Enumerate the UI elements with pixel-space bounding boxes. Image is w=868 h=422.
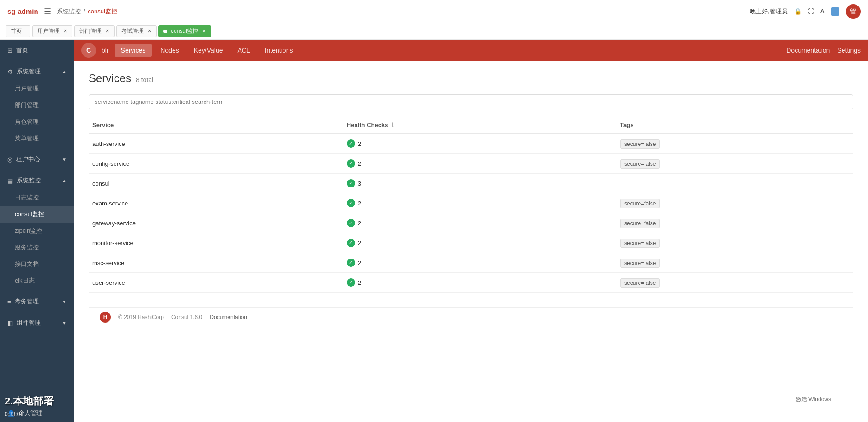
exam-chevron: ▼ — [62, 299, 66, 304]
sidebar-item-log-monitor[interactable]: 日志监控 — [0, 189, 74, 206]
sidebar-item-consul-monitor[interactable]: consul监控 — [0, 206, 74, 223]
consul-nav-intentions[interactable]: Intentions — [259, 44, 300, 57]
tag-monitor: secure=false — [620, 239, 660, 248]
table-row: monitor-service ✓ 2 secure=false — [89, 233, 853, 253]
consul-footer: H © 2019 HashiCorp Consul 1.6.0 Document… — [89, 307, 853, 326]
services-heading: Services — [89, 72, 131, 85]
sidebar-group-monitor[interactable]: ▤ 系统监控 ▲ — [0, 172, 74, 189]
system-chevron: ▲ — [62, 69, 66, 74]
consul-nav-nodes[interactable]: Nodes — [154, 44, 185, 57]
consul-nav-services[interactable]: Services — [115, 44, 152, 57]
fullscreen-icon[interactable]: ⛶ — [808, 8, 814, 15]
health-check-auth: ✓ 2 — [347, 139, 613, 148]
sidebar-section-exam: ≡ 考务管理 ▼ — [0, 291, 74, 312]
health-icon-exam: ✓ — [347, 199, 355, 207]
services-title: Services 8 total — [89, 72, 853, 85]
theme-icon[interactable] — [831, 7, 839, 16]
top-bar-right: 晚上好,管理员 🔒 ⛶ A 管 — [750, 4, 861, 19]
service-name-config[interactable]: config-service — [92, 160, 129, 167]
tag-gateway: secure=false — [620, 219, 660, 228]
sidebar-item-service-monitor[interactable]: 服务监控 — [0, 239, 74, 256]
sidebar-group-components[interactable]: ◧ 组件管理 ▼ — [0, 314, 74, 332]
footer-doc-link[interactable]: Documentation — [210, 314, 247, 320]
service-name-monitor[interactable]: monitor-service — [92, 240, 133, 247]
sidebar-item-user-mgmt[interactable]: 用户管理 — [0, 80, 74, 97]
tag-msc: secure=false — [620, 259, 660, 268]
sidebar: ⊞ 首页 ⚙ 系统管理 ▲ 用户管理 部门管理 角色管理 菜单管理 ◎ — [0, 40, 74, 422]
services-count: 8 total — [136, 76, 153, 84]
footer-version: Consul 1.6.0 — [171, 314, 202, 320]
user-greeting: 晚上好,管理员 — [750, 7, 788, 16]
service-name-msc[interactable]: msc-service — [92, 259, 124, 266]
avatar: 管 — [846, 4, 861, 19]
timestamp: 0:33:04 — [5, 411, 23, 417]
health-check-config: ✓ 2 — [347, 159, 613, 168]
sidebar-monitor-label: 系统监控 — [17, 176, 41, 185]
tab-consul-close[interactable]: ✕ — [202, 28, 206, 34]
tab-user-mgmt[interactable]: 用户管理 ✕ — [32, 25, 72, 37]
annotation-text: 2.本地部署 — [5, 394, 54, 408]
health-icon-gateway: ✓ — [347, 219, 355, 227]
sidebar-system-label: 系统管理 — [17, 67, 41, 76]
sidebar-group-home[interactable]: ⊞ 首页 — [0, 42, 74, 59]
service-name-exam[interactable]: exam-service — [92, 200, 128, 207]
col-tags: Tags — [616, 117, 853, 133]
sidebar-item-menu-mgmt[interactable]: 菜单管理 — [0, 130, 74, 147]
health-count-gateway: 2 — [358, 220, 361, 227]
services-tbody: auth-service ✓ 2 secure=false config-ser… — [89, 133, 853, 293]
hamburger-icon[interactable]: ☰ — [44, 6, 51, 17]
sidebar-group-tenant[interactable]: ◎ 租户中心 ▼ — [0, 151, 74, 168]
tab-consul[interactable]: consul监控 ✕ — [158, 25, 211, 37]
sidebar-group-system[interactable]: ⚙ 系统管理 ▲ — [0, 63, 74, 80]
health-count-config: 2 — [358, 160, 361, 167]
col-health: Health Checks ℹ — [343, 117, 616, 133]
consul-nav-acl[interactable]: ACL — [231, 44, 257, 57]
main-layout: ⊞ 首页 ⚙ 系统管理 ▲ 用户管理 部门管理 角色管理 菜单管理 ◎ — [0, 40, 868, 422]
health-info-icon[interactable]: ℹ — [392, 122, 394, 128]
tag-exam: secure=false — [620, 199, 660, 208]
health-count-consul: 3 — [358, 180, 361, 187]
components-icon: ◧ — [7, 320, 13, 326]
consul-settings-link[interactable]: Settings — [837, 47, 861, 54]
logo: sg-admin — [7, 7, 38, 15]
service-name-gateway[interactable]: gateway-service — [92, 220, 136, 227]
tab-user-label: 用户管理 — [37, 27, 60, 35]
search-input[interactable] — [89, 94, 853, 109]
sidebar-section-system: ⚙ 系统管理 ▲ 用户管理 部门管理 角色管理 菜单管理 — [0, 61, 74, 149]
win-activate-text: 激活 Windows — [796, 396, 831, 404]
consul-nav-keyvalue[interactable]: Key/Value — [187, 44, 229, 57]
sidebar-home-label: 首页 — [16, 46, 28, 54]
health-icon-config: ✓ — [347, 159, 355, 168]
top-bar: sg-admin ☰ 系统监控 / consul监控 晚上好,管理员 🔒 ⛶ A… — [0, 0, 868, 23]
consul-doc-link[interactable]: Documentation — [786, 47, 830, 54]
consul-nav-right: Documentation Settings — [786, 47, 861, 54]
sidebar-item-dept-mgmt[interactable]: 部门管理 — [0, 97, 74, 114]
sidebar-item-api-doc[interactable]: 接口文档 — [0, 256, 74, 272]
health-count-msc: 2 — [358, 259, 361, 266]
service-name-auth[interactable]: auth-service — [92, 140, 125, 147]
service-name-consul[interactable]: consul — [92, 180, 110, 187]
sidebar-group-exam[interactable]: ≡ 考务管理 ▼ — [0, 293, 74, 310]
content-area: C blr Services Nodes Key/Value ACL Inten… — [74, 40, 868, 422]
health-count-monitor: 2 — [358, 240, 361, 247]
service-name-user[interactable]: user-service — [92, 279, 125, 286]
health-check-exam: ✓ 2 — [347, 199, 613, 207]
sidebar-item-elk-log[interactable]: elk日志 — [0, 272, 74, 289]
font-icon[interactable]: A — [820, 8, 825, 15]
tab-user-close[interactable]: ✕ — [63, 28, 67, 34]
footer-logo: H — [100, 312, 111, 323]
tab-exam-mgmt[interactable]: 考试管理 ✕ — [116, 25, 157, 37]
health-icon-msc: ✓ — [347, 259, 355, 267]
sidebar-item-role-mgmt[interactable]: 角色管理 — [0, 114, 74, 130]
sidebar-item-zipkin-monitor[interactable]: zipkin监控 — [0, 223, 74, 239]
tab-home[interactable]: 首页 — [6, 25, 30, 37]
lock-icon[interactable]: 🔒 — [794, 8, 802, 15]
tab-dept-mgmt[interactable]: 部门管理 ✕ — [74, 25, 115, 37]
tab-exam-close[interactable]: ✕ — [147, 28, 151, 34]
tab-dept-close[interactable]: ✕ — [105, 28, 109, 34]
health-icon-consul: ✓ — [347, 179, 355, 187]
sidebar-section-home: ⊞ 首页 — [0, 40, 74, 61]
table-row: consul ✓ 3 — [89, 174, 853, 193]
table-header: Service Health Checks ℹ Tags — [89, 117, 853, 133]
table-row: exam-service ✓ 2 secure=false — [89, 193, 853, 213]
